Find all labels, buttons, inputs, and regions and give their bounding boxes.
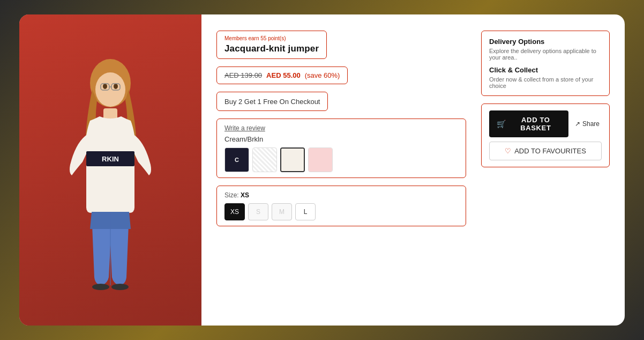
promo-text: Buy 2 Get 1 Free On Checkout [224, 98, 320, 106]
add-to-basket-label: ADD TO BASKET [511, 116, 561, 132]
action-box: 🛒 ADD TO BASKET ↗ Share ♡ ADD TO FAVOURI… [481, 104, 610, 167]
basket-icon: 🛒 [497, 120, 506, 128]
size-l-button[interactable]: L [295, 203, 316, 220]
size-options: XS S M L [224, 203, 458, 220]
product-image-section: RKIN [19, 14, 201, 326]
product-right-column: Delivery Options Explore the delivery op… [481, 31, 610, 309]
price-original: AED 139.00 [224, 71, 262, 79]
size-s-button[interactable]: S [248, 203, 268, 220]
product-image: RKIN [19, 14, 201, 326]
size-m-button[interactable]: M [272, 203, 292, 220]
swatch-pink[interactable] [308, 147, 333, 172]
product-details-section: Members earn 55 point(s) Jacquard-knit j… [201, 14, 625, 326]
add-to-basket-button[interactable]: 🛒 ADD TO BASKET [489, 110, 568, 137]
promo-box: Buy 2 Get 1 Free On Checkout [216, 92, 328, 111]
product-title: Jacquard-knit jumper [224, 43, 319, 54]
size-xs-button[interactable]: XS [224, 203, 245, 220]
price-box: AED 139.00 AED 55.00 (save 60%) [216, 66, 348, 84]
svg-point-12 [111, 284, 129, 290]
members-badge: Members earn 55 point(s) Jacquard-knit j… [216, 31, 327, 59]
size-selected: XS [241, 191, 249, 199]
share-button[interactable]: ↗ Share [573, 118, 602, 130]
add-to-favourites-label: ADD TO FAVOURITES [514, 147, 586, 155]
svg-point-2 [103, 84, 107, 89]
review-colour-box: Write a review Cream/Brkln C [216, 119, 466, 178]
click-collect-subtitle: Order now & collect from a store of your… [489, 76, 602, 89]
add-to-favourites-button[interactable]: ♡ ADD TO FAVOURITES [489, 142, 602, 160]
write-review-link[interactable]: Write a review [224, 124, 458, 132]
size-box: Size: XS XS S M L [216, 186, 466, 226]
price-sale: AED 55.00 [266, 71, 301, 79]
heart-icon: ♡ [505, 147, 511, 155]
svg-point-3 [114, 84, 118, 89]
delivery-options-subtitle: Explore the delivery options applicable … [489, 48, 602, 61]
share-icon: ↗ [575, 120, 580, 128]
delivery-options-box: Delivery Options Explore the delivery op… [481, 31, 610, 96]
click-collect-title: Click & Collect [489, 66, 602, 74]
swatch-dark[interactable]: C [224, 147, 249, 172]
product-card: RKIN Memb [19, 14, 625, 326]
svg-point-1 [95, 72, 125, 107]
colour-label: Cream/Brkln [224, 135, 458, 143]
swatch-cream[interactable] [280, 147, 305, 172]
product-image-svg: RKIN [51, 47, 169, 293]
share-label: Share [582, 120, 600, 128]
price-save: (save 60%) [305, 71, 340, 79]
colour-swatches: C [224, 147, 458, 172]
members-earn-label: Members earn 55 point(s) [224, 35, 319, 41]
svg-point-11 [92, 284, 109, 290]
svg-text:RKIN: RKIN [102, 155, 119, 163]
delivery-options-title: Delivery Options [489, 38, 602, 46]
size-label: Size: XS [224, 191, 458, 199]
add-to-basket-row: 🛒 ADD TO BASKET ↗ Share [489, 110, 602, 137]
swatch-pattern[interactable] [252, 147, 277, 172]
product-left-column: Members earn 55 point(s) Jacquard-knit j… [216, 31, 466, 309]
